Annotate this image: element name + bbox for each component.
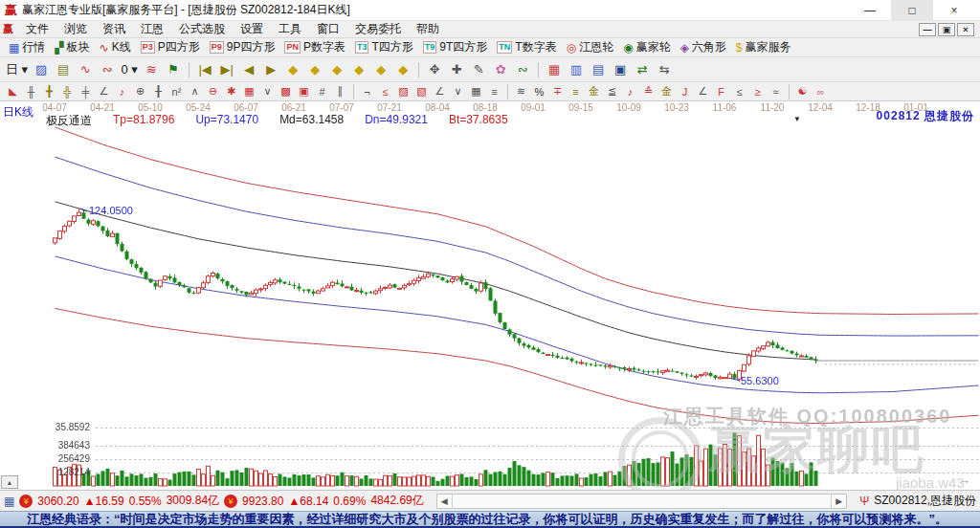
- drawing-tool-icon[interactable]: ╂: [149, 83, 167, 99]
- toolbar-item[interactable]: ▞板块: [50, 39, 94, 55]
- mdi-restore-button[interactable]: ▣: [938, 23, 955, 36]
- toolbar-item[interactable]: T3T四方形: [350, 39, 418, 55]
- remote-icon[interactable]: ⇆: [654, 60, 675, 79]
- drawing-tool-icon[interactable]: ▩: [277, 83, 295, 99]
- drawing-tool-icon[interactable]: 金: [657, 83, 676, 99]
- kline-style2-icon[interactable]: ∾: [97, 60, 118, 79]
- zero-dropdown[interactable]: 0 ▾: [119, 60, 140, 79]
- scrollbar-right-arrow[interactable]: ▶: [831, 495, 846, 508]
- drawing-tool-icon[interactable]: ◣: [4, 83, 22, 99]
- menu-item[interactable]: 资讯: [95, 22, 133, 35]
- calculator-icon[interactable]: ▥: [566, 60, 587, 79]
- maximize-button[interactable]: □: [891, 0, 933, 21]
- mdi-close-button[interactable]: ×: [957, 23, 974, 36]
- drawing-tool-icon[interactable]: ✱: [222, 83, 240, 99]
- toolbar-item[interactable]: ◎江恩轮: [562, 39, 618, 55]
- period-dropdown[interactable]: 日 ▾: [4, 60, 30, 79]
- drawing-tool-icon[interactable]: ⊖: [204, 83, 222, 99]
- next-bar-button[interactable]: ▶: [260, 60, 281, 79]
- chart-window-icon[interactable]: ▨: [31, 60, 52, 79]
- flag-filter-icon[interactable]: ⚑: [163, 60, 184, 79]
- drawing-tool-icon[interactable]: ╫: [22, 83, 40, 99]
- drawing-tool-icon[interactable]: ∠: [694, 83, 712, 99]
- extreme-channel-icon[interactable]: ≋: [141, 60, 162, 79]
- drawing-tool-icon[interactable]: ¬: [358, 83, 376, 99]
- diamond-nav-1[interactable]: ◆: [282, 60, 303, 79]
- menu-item[interactable]: 浏览: [56, 22, 95, 35]
- drawing-tool-icon[interactable]: ♪: [621, 83, 639, 99]
- minimize-button[interactable]: —: [849, 0, 891, 21]
- drawing-tool-icon[interactable]: J: [676, 83, 694, 99]
- toolbar-item[interactable]: PNP数字表: [279, 39, 350, 55]
- toolbar-item[interactable]: ◉赢家轮: [618, 39, 675, 55]
- drawing-tool-icon[interactable]: F: [712, 83, 730, 99]
- drawing-tool-icon[interactable]: ≤: [730, 83, 748, 99]
- drawing-tool-icon[interactable]: ≡: [485, 83, 503, 99]
- toolbar-item[interactable]: ◈六角形: [676, 39, 731, 55]
- pan-hand-icon[interactable]: ✥: [424, 60, 445, 79]
- menu-item[interactable]: 工具: [271, 22, 309, 35]
- drawing-tool-icon[interactable]: ≥: [748, 83, 767, 99]
- toolbar-item[interactable]: $赢家服务: [731, 39, 796, 55]
- expand-pane-button[interactable]: ▲: [1, 475, 18, 489]
- copy-icon[interactable]: ▤: [53, 60, 74, 79]
- crosshair-icon[interactable]: ✚: [446, 60, 467, 79]
- drawing-tool-icon[interactable]: ∠: [95, 83, 113, 99]
- drawing-tool-icon[interactable]: ╬: [58, 83, 77, 99]
- menu-item[interactable]: 窗口: [309, 22, 347, 35]
- last-bar-button[interactable]: ▶|: [216, 60, 237, 79]
- toolbar-item[interactable]: P99P四方形: [205, 39, 280, 55]
- diamond-nav-4[interactable]: ◆: [348, 60, 369, 79]
- drawing-tool-icon[interactable]: ☯: [793, 83, 812, 99]
- drawing-tool-icon[interactable]: ∥: [331, 83, 349, 99]
- sse-index-icon[interactable]: ¥: [19, 495, 33, 508]
- drawing-tool-icon[interactable]: ∨: [449, 83, 467, 99]
- menu-item[interactable]: 交易委托: [347, 22, 409, 35]
- diamond-nav-6[interactable]: ◆: [392, 60, 413, 79]
- drawing-tool-icon[interactable]: ▦: [467, 83, 485, 99]
- drawing-tool-icon[interactable]: ≦: [603, 83, 621, 99]
- drawing-tool-icon[interactable]: 金: [585, 83, 603, 99]
- kline-style-icon[interactable]: ∿: [75, 60, 96, 79]
- menu-item[interactable]: 公式选股: [171, 22, 233, 35]
- diamond-nav-2[interactable]: ◆: [304, 60, 325, 79]
- prev-bar-button[interactable]: ◀: [238, 60, 259, 79]
- mdi-minimize-button[interactable]: —: [919, 23, 936, 36]
- drawing-tool-icon[interactable]: ∧: [186, 83, 204, 99]
- drawing-tool-icon[interactable]: %: [530, 83, 548, 99]
- drawing-tool-icon[interactable]: ≋: [512, 83, 530, 99]
- drawing-tool-icon[interactable]: #: [313, 83, 331, 99]
- drawing-tool-icon[interactable]: ╋: [40, 83, 58, 99]
- drawing-tool-icon[interactable]: ▨: [394, 83, 412, 99]
- horizontal-scrollbar[interactable]: ◀ ▶: [436, 494, 847, 509]
- scrollbar-left-arrow[interactable]: ◀: [437, 495, 453, 508]
- toolbar-item[interactable]: ∿K线: [95, 39, 136, 55]
- draw-line-icon[interactable]: ✎: [468, 60, 489, 79]
- toolbar-item[interactable]: ▦行情: [4, 39, 50, 55]
- toolbar-item[interactable]: P3P四方形: [136, 39, 205, 55]
- grid-icon[interactable]: ▦: [4, 495, 14, 508]
- drawing-tool-icon[interactable]: ≙: [639, 83, 657, 99]
- diamond-nav-5[interactable]: ◆: [370, 60, 391, 79]
- menu-item[interactable]: 帮助: [409, 22, 447, 35]
- wave-tool-icon[interactable]: ∾: [512, 60, 533, 79]
- drawing-tool-icon[interactable]: ∓: [548, 83, 567, 99]
- menu-item[interactable]: 设置: [233, 22, 271, 35]
- drawing-tool-icon[interactable]: ⊕: [131, 83, 149, 99]
- toolbar-item[interactable]: TNT数字表: [492, 39, 561, 55]
- drawing-tool-icon[interactable]: ≡: [567, 83, 585, 99]
- drawing-tool-icon[interactable]: ▣: [295, 83, 313, 99]
- drawing-tool-icon[interactable]: ≈: [767, 83, 785, 99]
- diamond-nav-3[interactable]: ◆: [326, 60, 347, 79]
- drawing-tool-icon[interactable]: ▧: [412, 83, 431, 99]
- close-button[interactable]: ×: [933, 0, 975, 21]
- drawing-tool-icon[interactable]: ∠: [431, 83, 449, 99]
- szse-index-icon[interactable]: ¥: [224, 495, 237, 508]
- drawing-tool-icon[interactable]: ♪: [113, 83, 131, 99]
- drawing-tool-icon[interactable]: ▦: [240, 83, 258, 99]
- toolbar-item[interactable]: T99T四方形: [418, 39, 493, 55]
- drawing-tool-icon[interactable]: ∞: [812, 83, 830, 99]
- notepad-icon[interactable]: ▤: [588, 60, 609, 79]
- drawing-tool-icon[interactable]: ╪: [77, 83, 95, 99]
- first-bar-button[interactable]: |◀: [194, 60, 215, 79]
